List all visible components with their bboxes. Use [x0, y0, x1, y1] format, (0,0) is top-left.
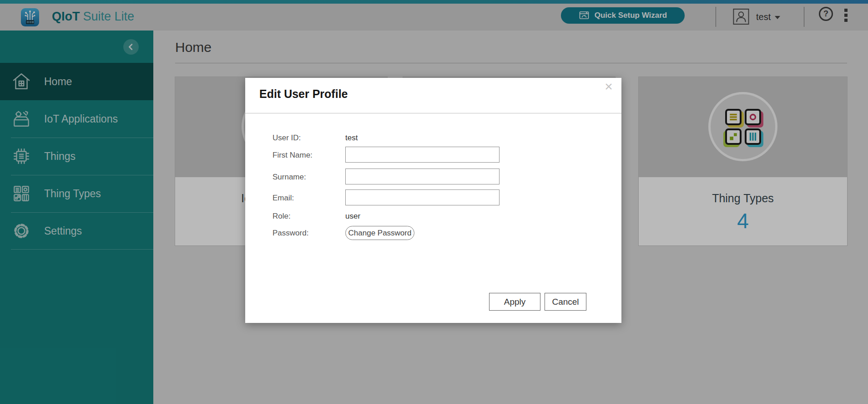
first-name-label: First Name:	[273, 151, 313, 160]
dialog-header: Edit User Profile ×	[245, 78, 621, 113]
user-id-value: test	[345, 133, 358, 143]
cancel-button[interactable]: Cancel	[545, 293, 586, 311]
password-label: Password:	[273, 229, 308, 238]
first-name-field[interactable]	[345, 147, 500, 163]
email-label: Email:	[273, 194, 294, 203]
edit-user-profile-dialog: Edit User Profile × User ID: test First …	[245, 78, 621, 323]
dialog-title: Edit User Profile	[259, 87, 348, 101]
email-field[interactable]	[345, 189, 500, 205]
role-value: user	[345, 212, 360, 221]
qiot-suite-lite-app: QIoTSuite Lite Quick Setup Wizard test	[0, 0, 868, 404]
dialog-body: User ID: test First Name: Surname: Email…	[245, 113, 621, 322]
user-id-label: User ID:	[273, 133, 301, 143]
surname-field[interactable]	[345, 169, 500, 184]
close-icon[interactable]: ×	[601, 79, 616, 94]
change-password-button[interactable]: Change Password	[345, 226, 414, 240]
surname-label: Surname:	[273, 173, 306, 182]
role-label: Role:	[273, 212, 291, 221]
apply-button[interactable]: Apply	[489, 293, 540, 311]
